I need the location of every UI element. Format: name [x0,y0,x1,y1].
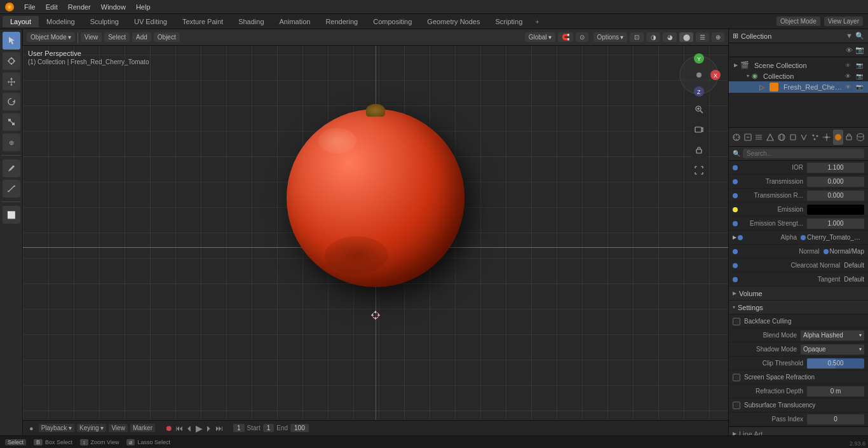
outliner-search-button[interactable]: 🔍 [855,32,864,40]
tangent-value[interactable]: Default [844,276,864,283]
props-tab-modifier[interactable] [799,130,810,145]
alpha-expand-icon[interactable]: ▶ [733,234,736,240]
tree-item-tomato[interactable]: ▷ Fresh_Red_Cherry_Toma 👁 📷 [729,81,868,93]
object-render[interactable]: 📷 [856,84,863,90]
object-menu-button[interactable]: Object [154,32,180,42]
start-frame-display[interactable]: 1 [263,424,275,432]
tab-modeling[interactable]: Modeling [39,16,83,27]
viewport-shading-wireframe[interactable]: ⊡ [630,32,644,42]
tab-sculpting[interactable]: Sculpting [83,16,126,27]
status-select[interactable]: Select [5,439,26,445]
object-visibility[interactable]: 👁 [845,84,851,90]
props-tab-constraints[interactable] [844,130,855,145]
global-transform-dropdown[interactable]: Global ▾ [525,32,555,42]
snap-button[interactable]: 🧲 [558,32,573,42]
status-lasso[interactable]: ⌀ Lasso Select [126,439,170,445]
clearcoat-normal-value[interactable]: Default [844,262,864,269]
props-tab-object[interactable] [788,130,798,145]
viewport-scene[interactable] [23,29,728,420]
record-button[interactable]: ⏺ [165,424,173,433]
props-tab-render[interactable] [731,130,742,145]
tab-scripting[interactable]: Scripting [487,16,530,27]
shadow-mode-dropdown[interactable]: Opaque ▾ [801,344,864,355]
tab-shading[interactable]: Shading [231,16,271,27]
screen-space-refraction-checkbox[interactable] [733,374,740,381]
tab-animation[interactable]: Animation [272,16,318,27]
3d-cursor[interactable] [370,310,381,320]
cursor-tool-button[interactable] [3,52,20,70]
playback-button[interactable]: ● [27,424,36,432]
navigation-gizmo[interactable]: X Y Z [676,52,722,98]
viewport-gizmo-button[interactable]: ⊕ [712,32,724,42]
frame-all-button[interactable] [690,161,708,179]
add-menu-button[interactable]: Add [132,32,151,42]
props-tab-view-layer[interactable] [754,130,764,145]
view-menu-button[interactable]: View [81,32,102,42]
subsurface-translucency-checkbox[interactable] [733,402,740,409]
scene-collection-render[interactable]: 📷 [856,62,863,69]
tree-item-collection[interactable]: ▾ ◉ Collection 👁 📷 [729,71,868,81]
backface-culling-checkbox[interactable] [733,318,740,325]
ior-value[interactable]: 1.100 [807,163,864,173]
menu-help[interactable]: Help [131,2,156,12]
props-tab-particles[interactable] [810,130,820,145]
normal-value[interactable]: Normal/Map [830,248,864,255]
playback-dropdown[interactable]: Playback ▾ [39,424,74,432]
viewport-overlay-button[interactable]: ☰ [696,32,709,42]
menu-render[interactable]: Render [63,2,96,12]
view-dropdown[interactable]: View [109,424,128,432]
scene-selector[interactable]: Object Mode [776,17,820,26]
select-tool-button[interactable] [3,32,20,50]
proportional-edit-button[interactable]: ⊙ [576,32,588,42]
keying-dropdown[interactable]: Keying ▾ [77,424,106,432]
add-cube-button[interactable]: ⬜ [3,206,20,224]
outliner-filter-button[interactable]: ▼ [846,32,853,40]
tab-texture-paint[interactable]: Texture Paint [175,16,231,27]
annotate-tool-button[interactable] [3,160,20,177]
properties-search-input[interactable] [743,149,864,158]
outliner-render-icon[interactable]: 📷 [855,46,864,54]
outliner-visibility-icon[interactable]: 👁 [846,46,853,54]
tab-layout[interactable]: Layout [3,16,39,27]
tab-rendering[interactable]: Rendering [318,16,365,27]
props-tab-world[interactable] [776,130,787,145]
pass-index-value[interactable]: 0 [807,414,864,424]
props-tab-data[interactable] [855,130,865,145]
transform-tool-button[interactable]: ⊕ [3,133,20,151]
volume-section-header[interactable]: ▶ Volume [729,287,868,301]
options-button[interactable]: Options ▾ [593,32,627,42]
viewport-shading-solid[interactable]: ◑ [646,32,660,42]
menu-edit[interactable]: Edit [41,2,63,12]
viewport-shading-rendered[interactable]: ⬤ [679,32,693,42]
emission-color-swatch[interactable] [807,205,864,215]
marker-dropdown[interactable]: Marker [130,424,155,432]
prev-frame-button[interactable]: ⏴ [186,424,193,433]
end-frame-display[interactable]: 100 [290,424,309,432]
play-button[interactable]: ▶ [196,423,203,433]
rotate-tool-button[interactable] [3,93,20,111]
props-tab-material[interactable] [833,130,843,145]
object-mode-dropdown[interactable]: Object Mode ▾ [27,32,75,42]
collection-visibility[interactable]: 👁 [845,73,851,79]
status-box-select[interactable]: B Box Select [34,439,72,445]
menu-file[interactable]: File [19,2,41,12]
current-frame-display[interactable]: 1 [233,424,245,432]
jump-start-button[interactable]: ⏮ [175,424,183,433]
transmission-r-value[interactable]: 0.000 [807,191,864,201]
tree-item-scene-collection[interactable]: ▶ 🎬 Scene Collection 👁 📷 [729,60,868,71]
props-tab-scene[interactable] [765,130,775,145]
props-tab-physics[interactable] [822,130,832,145]
select-menu-button[interactable]: Select [104,32,130,42]
lock-view-button[interactable] [690,141,708,159]
measure-tool-button[interactable] [3,180,20,198]
viewport[interactable]: Object Mode ▾ View Select Add Object Glo… [23,29,728,448]
add-workspace-button[interactable]: + [530,16,544,27]
menu-window[interactable]: Window [96,2,131,12]
settings-section-header[interactable]: ▾ Settings [729,301,868,315]
emission-strength-value[interactable]: 1.000 [807,219,864,229]
tab-compositing[interactable]: Compositing [365,16,419,27]
tomato-object[interactable] [287,123,465,301]
viewport-shading-material[interactable]: ◕ [663,32,677,42]
collection-render[interactable]: 📷 [856,73,863,79]
props-tab-output[interactable] [743,130,753,145]
